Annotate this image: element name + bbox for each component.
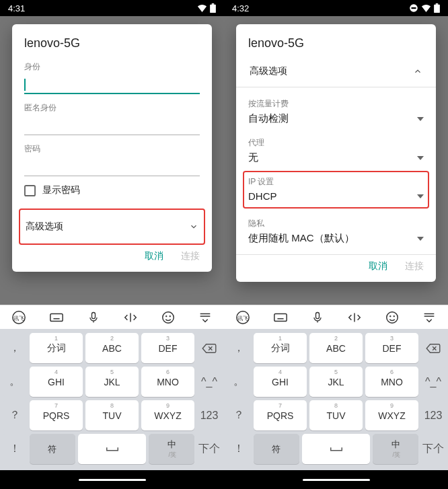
emoji-icon[interactable] bbox=[385, 310, 400, 325]
key-pqrs[interactable]: 7PQRS bbox=[30, 400, 83, 430]
key-lang[interactable]: 中/英 bbox=[373, 434, 418, 464]
proxy-label: 代理 bbox=[248, 137, 424, 149]
ip-setting[interactable]: IP 设置 DHCP bbox=[248, 175, 424, 204]
svg-rect-21 bbox=[412, 7, 416, 9]
chevron-down-icon bbox=[189, 222, 198, 231]
identity-label: 身份 bbox=[24, 61, 200, 73]
proxy-setting[interactable]: 代理 无 bbox=[248, 132, 424, 171]
svg-rect-22 bbox=[434, 5, 440, 13]
status-icons bbox=[197, 3, 216, 13]
dialog-buttons: 取消 连接 bbox=[24, 250, 200, 262]
emoji-icon[interactable] bbox=[161, 310, 176, 325]
key-lang[interactable]: 中/英 bbox=[149, 434, 194, 464]
key-mno[interactable]: 6MNO bbox=[141, 367, 194, 397]
privacy-setting[interactable]: 隐私 使用随机 MAC（默认） bbox=[248, 213, 424, 252]
key-comma[interactable]: ， bbox=[227, 333, 251, 363]
key-mno[interactable]: 6MNO bbox=[365, 367, 418, 397]
key-excl[interactable]: ！ bbox=[3, 434, 27, 464]
mic-icon[interactable] bbox=[87, 310, 100, 325]
collapse-icon[interactable] bbox=[422, 310, 437, 325]
anon-identity-input[interactable] bbox=[24, 116, 200, 135]
key-def[interactable]: 3DEF bbox=[141, 333, 194, 363]
key-period[interactable]: 。 bbox=[227, 367, 251, 397]
metered-setting[interactable]: 按流量计费 自动检测 bbox=[248, 93, 424, 132]
anon-identity-field[interactable]: 匿名身份 bbox=[24, 102, 200, 135]
home-pill[interactable] bbox=[303, 479, 370, 481]
key-space[interactable] bbox=[78, 434, 147, 464]
key-question[interactable]: ？ bbox=[3, 400, 27, 430]
navbar bbox=[0, 470, 224, 489]
home-pill[interactable] bbox=[79, 479, 146, 481]
svg-point-13 bbox=[163, 311, 174, 323]
key-def[interactable]: 3DEF bbox=[365, 333, 418, 363]
ip-label: IP 设置 bbox=[248, 176, 424, 188]
logo-icon[interactable]: 讯飞 bbox=[235, 310, 250, 325]
keyboard-icon[interactable] bbox=[48, 310, 65, 325]
dialog-buttons: 取消 连接 bbox=[248, 260, 424, 272]
keyboard: ， 1分词 2ABC 3DEF 。 4GHI 5JKL 6MNO ^_^ ？ 7… bbox=[0, 329, 224, 470]
key-fenCi[interactable]: 1分词 bbox=[254, 333, 307, 363]
svg-point-34 bbox=[387, 311, 398, 323]
key-pqrs[interactable]: 7PQRS bbox=[254, 400, 307, 430]
connect-button[interactable]: 连接 bbox=[405, 260, 424, 272]
key-question[interactable]: ？ bbox=[227, 400, 251, 430]
key-abc[interactable]: 2ABC bbox=[309, 333, 363, 363]
key-jkl[interactable]: 5JKL bbox=[309, 367, 363, 397]
dropdown-icon bbox=[417, 194, 424, 198]
connect-button[interactable]: 连接 bbox=[181, 250, 200, 262]
key-ghi[interactable]: 4GHI bbox=[254, 367, 307, 397]
dnd-icon bbox=[409, 3, 418, 13]
divider bbox=[236, 254, 436, 255]
key-next[interactable]: 下个 bbox=[421, 434, 445, 464]
key-tuv[interactable]: 8TUV bbox=[309, 400, 363, 430]
key-wxyz[interactable]: 9WXYZ bbox=[141, 400, 194, 430]
time: 4:32 bbox=[232, 3, 249, 13]
key-jkl[interactable]: 5JKL bbox=[85, 367, 139, 397]
collapse-icon[interactable] bbox=[198, 310, 213, 325]
key-period[interactable]: 。 bbox=[3, 367, 27, 397]
key-ghi[interactable]: 4GHI bbox=[30, 367, 83, 397]
keyboard-area: 讯飞 ， 1分词 2ABC 3DEF 。 4GHI 5JKL 6MNO ^_^ bbox=[0, 305, 224, 489]
privacy-value: 使用随机 MAC（默认） bbox=[248, 232, 354, 245]
key-next[interactable]: 下个 bbox=[197, 434, 221, 464]
password-input[interactable] bbox=[24, 157, 200, 176]
advanced-options-row[interactable]: 高级选项 bbox=[24, 213, 200, 241]
key-excl[interactable]: ！ bbox=[227, 434, 251, 464]
key-fenCi[interactable]: 1分词 bbox=[30, 333, 83, 363]
svg-point-14 bbox=[166, 315, 167, 316]
svg-rect-5 bbox=[50, 313, 63, 321]
highlight-box: IP 设置 DHCP bbox=[243, 171, 429, 209]
key-symbol[interactable]: 符 bbox=[254, 434, 299, 464]
identity-field[interactable]: 身份 bbox=[24, 61, 200, 94]
key-tuv[interactable]: 8TUV bbox=[85, 400, 139, 430]
cancel-button[interactable]: 取消 bbox=[369, 260, 387, 272]
key-space[interactable] bbox=[302, 434, 371, 464]
key-comma[interactable]: ， bbox=[3, 333, 27, 363]
key-backspace[interactable] bbox=[197, 333, 221, 363]
svg-point-35 bbox=[390, 315, 391, 316]
key-wxyz[interactable]: 9WXYZ bbox=[365, 400, 418, 430]
key-123[interactable]: 123 bbox=[197, 400, 221, 430]
advanced-label: 高级选项 bbox=[26, 221, 63, 233]
key-abc[interactable]: 2ABC bbox=[85, 333, 139, 363]
key-symbol[interactable]: 符 bbox=[30, 434, 75, 464]
advanced-options-row[interactable]: 高级选项 bbox=[248, 61, 424, 84]
key-emoji[interactable]: ^_^ bbox=[421, 367, 445, 397]
mic-icon[interactable] bbox=[311, 310, 324, 325]
key-123[interactable]: 123 bbox=[421, 400, 445, 430]
edit-icon[interactable] bbox=[122, 310, 139, 325]
keyboard-icon[interactable] bbox=[272, 310, 289, 325]
cancel-button[interactable]: 取消 bbox=[145, 250, 163, 262]
svg-text:讯飞: 讯飞 bbox=[237, 315, 248, 321]
identity-input[interactable] bbox=[24, 75, 200, 94]
logo-icon[interactable]: 讯飞 bbox=[11, 310, 26, 325]
ip-value: DHCP bbox=[248, 190, 277, 202]
svg-rect-2 bbox=[25, 185, 35, 195]
password-field[interactable]: 密码 bbox=[24, 143, 200, 176]
edit-icon[interactable] bbox=[346, 310, 363, 325]
key-backspace[interactable] bbox=[421, 333, 445, 363]
show-password-checkbox[interactable]: 显示密码 bbox=[24, 184, 200, 196]
svg-point-15 bbox=[170, 315, 170, 316]
key-emoji[interactable]: ^_^ bbox=[197, 367, 221, 397]
show-password-label: 显示密码 bbox=[42, 184, 80, 196]
